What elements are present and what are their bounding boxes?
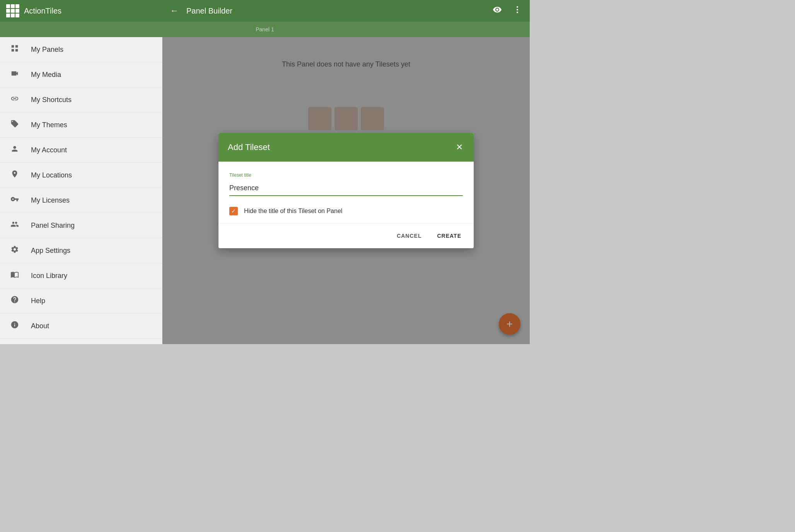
svg-point-1 — [517, 9, 518, 10]
sidebar-item-my-themes[interactable]: My Themes — [0, 113, 162, 138]
link-icon — [9, 94, 20, 105]
sidebar-item-panel-sharing[interactable]: Panel Sharing — [0, 213, 162, 238]
create-button[interactable]: CREATE — [435, 230, 463, 242]
panel-builder-title: Panel Builder — [186, 7, 232, 15]
sidebar-item-my-locations[interactable]: My Locations — [0, 163, 162, 188]
sidebar: My Panels My Media My Shortcuts — [0, 37, 162, 344]
sidebar-label-my-licenses: My Licenses — [31, 196, 70, 205]
top-bar-center: ← Panel Builder — [169, 4, 491, 17]
back-button[interactable]: ← — [169, 4, 180, 17]
add-tileset-dialog: Add Tileset ✕ Tileset title ✓ Hide the t… — [218, 133, 474, 248]
app-logo — [6, 4, 19, 17]
sidebar-label-my-locations: My Locations — [31, 171, 72, 179]
sidebar-item-my-licenses[interactable]: My Licenses — [0, 188, 162, 213]
svg-rect-4 — [15, 45, 18, 48]
preview-button[interactable] — [491, 3, 503, 18]
svg-point-0 — [517, 6, 518, 8]
svg-rect-6 — [15, 49, 18, 51]
dialog-header: Add Tileset ✕ — [218, 133, 474, 162]
help-icon — [9, 295, 20, 306]
hide-title-label: Hide the title of this Tileset on Panel — [244, 208, 342, 215]
location-icon — [9, 170, 20, 181]
info-icon — [9, 321, 20, 331]
grid-icon — [9, 44, 20, 55]
person-icon — [9, 145, 20, 155]
dialog-footer: CANCEL CREATE — [218, 223, 474, 248]
top-bar-right — [491, 3, 524, 18]
eye-icon — [493, 5, 502, 14]
svg-point-2 — [517, 12, 518, 13]
tileset-title-input[interactable] — [229, 181, 463, 196]
sidebar-label-my-account: My Account — [31, 146, 67, 154]
content-area: This Panel does not have any Tilesets ye… — [162, 37, 530, 344]
cancel-button[interactable]: CANCEL — [395, 230, 423, 242]
sidebar-item-my-panels[interactable]: My Panels — [0, 37, 162, 62]
sidebar-label-about: About — [31, 322, 49, 330]
hide-title-row: ✓ Hide the title of this Tileset on Pane… — [229, 207, 463, 215]
sidebar-label-my-panels: My Panels — [31, 46, 63, 54]
svg-rect-3 — [12, 45, 14, 48]
sidebar-item-help[interactable]: Help — [0, 288, 162, 314]
panel-name: Panel 1 — [256, 26, 274, 32]
sidebar-label-app-settings: App Settings — [31, 247, 70, 255]
key-icon — [9, 195, 20, 206]
sidebar-item-icon-library[interactable]: Icon Library — [0, 263, 162, 288]
more-vert-icon — [513, 5, 522, 14]
sidebar-item-about[interactable]: About — [0, 314, 162, 339]
more-options-button[interactable] — [511, 3, 524, 18]
sidebar-item-my-account[interactable]: My Account — [0, 138, 162, 163]
sidebar-item-app-settings[interactable]: App Settings — [0, 238, 162, 263]
tileset-title-label: Tileset title — [229, 172, 463, 178]
sub-header: Panel 1 — [0, 22, 530, 37]
sidebar-label-icon-library: Icon Library — [31, 272, 67, 280]
main-layout: My Panels My Media My Shortcuts — [0, 37, 530, 344]
sidebar-item-my-media[interactable]: My Media — [0, 62, 162, 87]
sidebar-label-my-media: My Media — [31, 71, 61, 79]
svg-rect-5 — [12, 49, 14, 51]
book-icon — [9, 270, 20, 281]
sidebar-label-my-shortcuts: My Shortcuts — [31, 96, 72, 104]
gear-icon — [9, 245, 20, 256]
people-icon — [9, 220, 20, 231]
tag-icon — [9, 119, 20, 130]
hide-title-checkbox[interactable]: ✓ — [229, 207, 238, 215]
app-branding: ActionTiles — [6, 4, 169, 17]
camera-icon — [9, 69, 20, 80]
modal-overlay: Add Tileset ✕ Tileset title ✓ Hide the t… — [162, 37, 530, 344]
sidebar-label-panel-sharing: Panel Sharing — [31, 222, 75, 230]
sidebar-label-my-themes: My Themes — [31, 121, 67, 129]
dialog-close-button[interactable]: ✕ — [454, 141, 464, 154]
dialog-body: Tileset title ✓ Hide the title of this T… — [218, 162, 474, 223]
app-title: ActionTiles — [24, 7, 61, 15]
top-bar: ActionTiles ← Panel Builder — [0, 0, 530, 22]
sidebar-label-help: Help — [31, 297, 45, 305]
sidebar-item-my-shortcuts[interactable]: My Shortcuts — [0, 87, 162, 113]
checkbox-check-mark: ✓ — [231, 208, 236, 214]
dialog-title: Add Tileset — [228, 142, 270, 152]
